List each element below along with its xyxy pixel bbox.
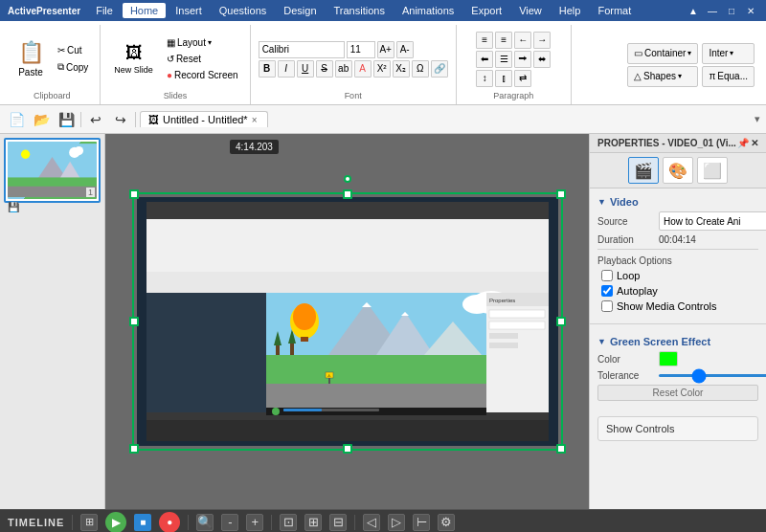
new-slide-button[interactable]: 🖼 New Slide bbox=[108, 39, 159, 78]
unordered-list-btn[interactable]: ≡ bbox=[476, 32, 493, 49]
superscript-button[interactable]: X² bbox=[373, 60, 391, 78]
source-input[interactable] bbox=[659, 211, 766, 231]
menu-design[interactable]: Design bbox=[276, 3, 324, 18]
open-btn[interactable]: 📂 bbox=[31, 109, 52, 130]
new-btn[interactable]: 📄 bbox=[6, 109, 27, 130]
minimize-btn[interactable]: — bbox=[705, 3, 720, 18]
props-tab-transform[interactable]: ⬜ bbox=[697, 157, 728, 184]
tl-grid-btn[interactable]: ⊞ bbox=[80, 514, 98, 531]
cut-button[interactable]: ✂ Cut bbox=[54, 43, 92, 57]
spacing-btn[interactable]: ↕ bbox=[476, 70, 493, 87]
color-row: Color bbox=[597, 351, 758, 366]
tl-fit-btn[interactable]: ⊡ bbox=[280, 514, 297, 531]
record-screen-button[interactable]: ● Record Screen bbox=[163, 68, 242, 82]
paste-button[interactable]: 📋 Paste bbox=[11, 36, 50, 81]
bold-button[interactable]: B bbox=[259, 60, 276, 78]
slide-thumbnail-1[interactable]: 1 💾 bbox=[4, 138, 101, 203]
align-justify-btn[interactable]: ⬌ bbox=[533, 51, 551, 68]
props-pin-btn[interactable]: 📌 bbox=[737, 138, 749, 148]
font-name-row: A+ A- bbox=[259, 41, 448, 58]
special-char-button[interactable]: Ω bbox=[412, 60, 429, 78]
tl-arrow-left-btn[interactable]: ◁ bbox=[363, 514, 380, 531]
tl-arrow-right-btn[interactable]: ▷ bbox=[388, 514, 405, 531]
font-size-up-btn[interactable]: A+ bbox=[377, 41, 394, 58]
undo-btn[interactable]: ↩ bbox=[85, 109, 106, 130]
layout-button[interactable]: ▦ Layout ▾ bbox=[163, 35, 242, 50]
font-size-down-btn[interactable]: A- bbox=[396, 41, 414, 58]
window-controls: ▲ — □ ✕ bbox=[686, 3, 758, 18]
tl-zoom-out-btn[interactable]: 🔍 bbox=[196, 514, 214, 531]
align-right-btn[interactable]: ⮕ bbox=[514, 51, 531, 68]
props-tab-style[interactable]: 🎨 bbox=[663, 157, 693, 184]
tl-compress-btn[interactable]: ⊟ bbox=[329, 514, 347, 531]
tl-split-btn[interactable]: ⊢ bbox=[413, 514, 430, 531]
tab-close-btn[interactable]: × bbox=[252, 115, 258, 125]
record-icon: ● bbox=[167, 70, 172, 80]
menu-animations[interactable]: Animations bbox=[394, 3, 462, 18]
menu-file[interactable]: File bbox=[88, 3, 121, 18]
collapse-btn[interactable]: ▲ bbox=[686, 3, 701, 18]
props-close-btn[interactable]: ✕ bbox=[751, 138, 758, 148]
container-button[interactable]: ▭ Container ▾ bbox=[627, 43, 698, 64]
tl-zoom-out-btn2[interactable]: - bbox=[221, 514, 238, 531]
props-tab-video[interactable]: 🎬 bbox=[628, 157, 659, 184]
copy-button[interactable]: ⧉ Copy bbox=[54, 59, 92, 75]
video-section-header[interactable]: ▼ Video bbox=[597, 192, 758, 211]
maximize-btn[interactable]: □ bbox=[724, 3, 739, 18]
reset-button[interactable]: ↺ Reset bbox=[163, 52, 242, 66]
indent-more-btn[interactable]: → bbox=[533, 32, 551, 49]
equation-button[interactable]: π Equa... bbox=[702, 66, 755, 87]
tolerance-slider[interactable] bbox=[659, 374, 766, 377]
direction-btn[interactable]: ⇄ bbox=[514, 70, 531, 87]
color-picker[interactable] bbox=[659, 351, 678, 366]
underline-button[interactable]: U bbox=[297, 60, 314, 78]
tl-expand-btn[interactable]: ⊞ bbox=[304, 514, 322, 531]
tl-settings-btn[interactable]: ⚙ bbox=[438, 514, 455, 531]
columns-btn[interactable]: ⫿ bbox=[495, 70, 512, 87]
redo-btn[interactable]: ↪ bbox=[110, 109, 131, 130]
menu-format[interactable]: Format bbox=[590, 3, 639, 18]
reset-color-button[interactable]: Reset Color bbox=[597, 385, 758, 401]
inter-button[interactable]: Inter ▾ bbox=[702, 43, 755, 64]
subscript-button[interactable]: X₂ bbox=[393, 60, 410, 78]
menu-insert[interactable]: Insert bbox=[168, 3, 210, 18]
font-size-input[interactable] bbox=[347, 41, 375, 58]
tl-zoom-in-btn[interactable]: + bbox=[246, 514, 263, 531]
font-color-button[interactable]: A bbox=[354, 60, 372, 78]
separator bbox=[80, 112, 81, 127]
align-center-btn[interactable]: ☰ bbox=[495, 51, 512, 68]
font-label: Font bbox=[345, 91, 362, 102]
save-btn[interactable]: 💾 bbox=[56, 109, 77, 130]
tl-stop-button[interactable]: ■ bbox=[134, 514, 151, 531]
slide-container: ⚠ Properties bbox=[137, 197, 558, 446]
rotate-handle[interactable] bbox=[344, 175, 351, 183]
svg-rect-40 bbox=[489, 321, 545, 329]
shapes-button[interactable]: △ Shapes ▾ bbox=[627, 66, 698, 87]
strikethrough-button[interactable]: S bbox=[316, 60, 333, 78]
document-tab[interactable]: 🖼 Untitled - Untitled* × bbox=[140, 111, 268, 127]
menu-help[interactable]: Help bbox=[552, 3, 589, 18]
font-name-input[interactable] bbox=[259, 41, 345, 58]
menu-transitions[interactable]: Transitions bbox=[327, 3, 393, 18]
tl-play-button[interactable]: ▶ bbox=[105, 512, 126, 533]
menu-export[interactable]: Export bbox=[463, 3, 509, 18]
indent-less-btn[interactable]: ← bbox=[514, 32, 531, 49]
shadow-button[interactable]: ab bbox=[335, 60, 352, 78]
green-screen-header[interactable]: ▼ Green Screen Effect bbox=[597, 332, 758, 351]
menu-view[interactable]: View bbox=[511, 3, 550, 18]
ordered-list-btn[interactable]: ≡ bbox=[495, 32, 512, 49]
tl-record-button[interactable]: ● bbox=[159, 512, 180, 533]
show-media-controls-checkbox[interactable] bbox=[601, 300, 613, 312]
divider1 bbox=[597, 249, 758, 250]
expand-btn[interactable]: ▾ bbox=[755, 113, 760, 125]
menu-questions[interactable]: Questions bbox=[212, 3, 275, 18]
autoplay-checkbox[interactable] bbox=[601, 285, 613, 297]
loop-checkbox[interactable] bbox=[601, 270, 613, 281]
close-btn[interactable]: ✕ bbox=[743, 3, 758, 18]
italic-button[interactable]: I bbox=[278, 60, 295, 78]
svg-rect-42 bbox=[489, 343, 518, 348]
align-left-btn[interactable]: ⬅ bbox=[476, 51, 493, 68]
show-controls-btn[interactable]: Show Controls bbox=[597, 416, 758, 441]
menu-home[interactable]: Home bbox=[123, 3, 166, 18]
link-button[interactable]: 🔗 bbox=[431, 60, 448, 78]
